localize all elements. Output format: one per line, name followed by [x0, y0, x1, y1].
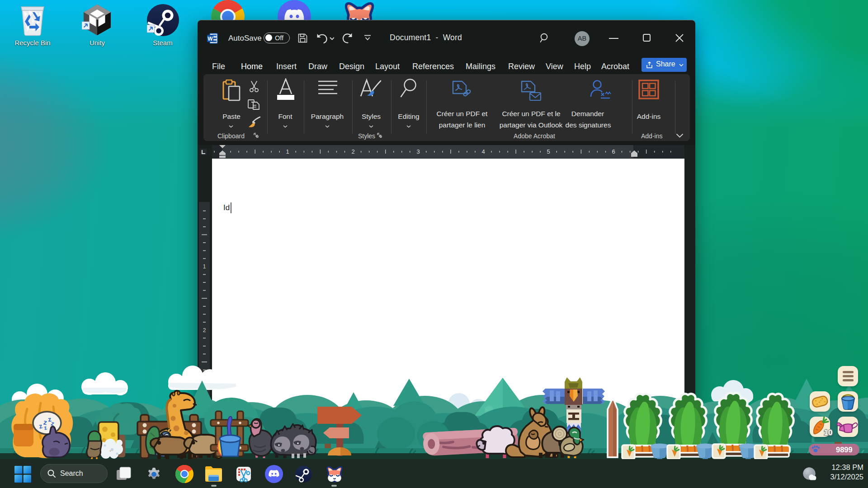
svg-text:9899: 9899: [836, 446, 853, 454]
svg-text:2: 2: [351, 148, 354, 155]
svg-text:1: 1: [203, 263, 206, 270]
svg-text:1: 1: [286, 148, 289, 155]
svg-text:10: 10: [824, 428, 833, 437]
svg-text:3: 3: [416, 148, 420, 155]
svg-text:6: 6: [612, 148, 615, 155]
svg-text:4: 4: [481, 148, 485, 155]
svg-text:5: 5: [547, 148, 550, 155]
svg-text:2: 2: [203, 327, 206, 333]
